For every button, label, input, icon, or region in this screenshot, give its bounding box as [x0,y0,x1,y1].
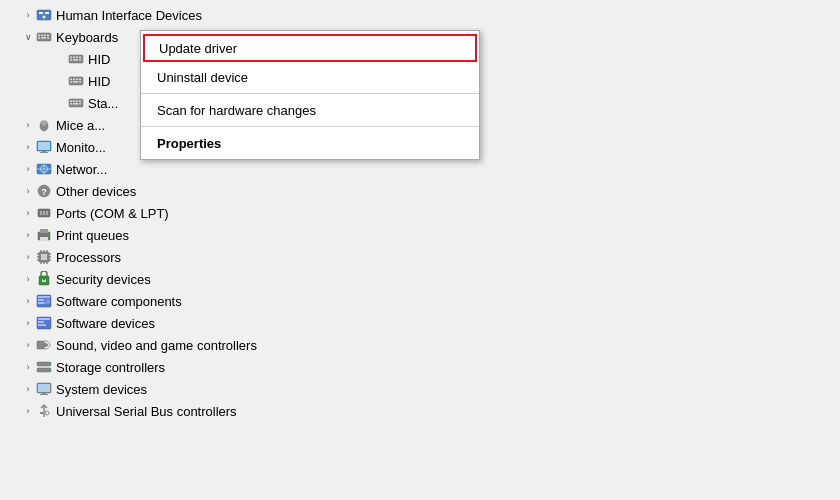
no-expand [52,73,68,89]
svg-rect-80 [38,318,50,320]
expand-icon-software-devices[interactable]: › [20,315,36,331]
expand-icon-keyboards[interactable]: ∨ [20,29,36,45]
svg-rect-23 [76,79,78,81]
expand-icon-network[interactable]: › [20,161,36,177]
context-menu-update-driver[interactable]: Update driver [143,34,477,62]
svg-point-73 [43,279,45,281]
tree-item-label: System devices [56,382,147,397]
hid-icon [36,7,52,23]
expand-icon-mice[interactable]: › [20,117,36,133]
svg-point-3 [43,16,46,19]
uninstall-device-label: Uninstall device [157,70,248,85]
expand-icon-other[interactable]: › [20,183,36,199]
device-manager-window: › Human Interface Devices ∨ Ke [0,0,840,500]
svg-rect-8 [47,35,49,37]
tree-item-human-interface[interactable]: › Human Interface Devices [0,4,840,26]
svg-rect-7 [44,35,46,37]
tree-item-software-components[interactable]: › Software components [0,290,840,312]
svg-rect-78 [45,299,50,304]
tree-item-other[interactable]: › ? Other devices [0,180,840,202]
svg-rect-26 [73,81,78,83]
tree-item-software-devices[interactable]: › Software devices [0,312,840,334]
svg-rect-22 [73,79,75,81]
expand-icon-usb[interactable]: › [20,403,36,419]
expand-icon-storage[interactable]: › [20,359,36,375]
ports-icon [36,205,52,221]
svg-rect-17 [70,59,72,61]
svg-rect-30 [73,101,75,103]
tree-item-label: Software components [56,294,182,309]
expand-icon-monitors[interactable]: › [20,139,36,155]
other-device-icon: ? [36,183,52,199]
context-menu-properties[interactable]: Properties [141,129,479,157]
context-menu-scan-hardware[interactable]: Scan for hardware changes [141,96,479,124]
svg-rect-1 [39,12,43,14]
properties-label: Properties [157,136,221,151]
software-components-icon [36,293,52,309]
svg-rect-56 [47,234,49,235]
svg-rect-27 [79,81,81,83]
update-driver-label: Update driver [159,41,237,56]
expand-icon-ports[interactable]: › [20,205,36,221]
context-menu-divider [141,93,479,94]
tree-item-print[interactable]: › Print queues [0,224,840,246]
svg-rect-38 [41,121,47,125]
keyboard-icon [36,29,52,45]
svg-rect-54 [40,229,48,233]
tree-item-processors[interactable]: › Processors [0,246,840,268]
svg-rect-19 [79,59,81,61]
tree-item-label: Ports (COM & LPT) [56,206,169,221]
tree-item-sound[interactable]: › Sound, video and game controllers [0,334,840,356]
expand-icon-software-components[interactable]: › [20,293,36,309]
svg-rect-15 [76,57,78,59]
expand-icon-security[interactable]: › [20,271,36,287]
system-devices-icon [36,381,52,397]
tree-item-ports[interactable]: › Ports (COM & LPT) [0,202,840,224]
svg-rect-35 [79,103,81,105]
svg-rect-21 [70,79,72,81]
expand-icon-print[interactable]: › [20,227,36,243]
tree-item-usb[interactable]: › Universal Serial Bus controllers [0,400,840,422]
tree-item-label: HID [88,74,110,89]
svg-rect-9 [38,37,40,39]
expand-icon-processors[interactable]: › [20,249,36,265]
tree-item-security[interactable]: › Security devices [0,268,840,290]
svg-rect-89 [38,384,50,392]
storage-icon [36,359,52,375]
software-devices-icon [36,315,52,331]
usb-icon [36,403,52,419]
svg-text:?: ? [41,187,47,197]
svg-rect-40 [38,142,50,150]
svg-rect-82 [38,324,46,326]
keyboard-sub-icon2 [68,73,84,89]
tree-item-label: Storage controllers [56,360,165,375]
tree-item-label: Mice a... [56,118,105,133]
context-menu-uninstall-device[interactable]: Uninstall device [141,63,479,91]
context-menu: Update driver Uninstall device Scan for … [140,30,480,160]
tree-item-storage[interactable]: › Storage controllers [0,356,840,378]
svg-rect-90 [42,393,46,394]
tree-item-label: Human Interface Devices [56,8,202,23]
processor-icon [36,249,52,265]
tree-item-network[interactable]: › Networ... [0,158,840,180]
svg-rect-18 [73,59,78,61]
security-icon [36,271,52,287]
svg-rect-81 [38,321,44,323]
monitor-icon [36,139,52,155]
svg-rect-13 [70,57,72,59]
tree-item-label: Security devices [56,272,151,287]
svg-rect-51 [43,211,45,215]
tree-item-label: Sound, video and game controllers [56,338,257,353]
expand-icon[interactable]: › [20,7,36,23]
svg-rect-76 [38,299,44,301]
tree-item-label: Keyboards [56,30,118,45]
svg-rect-14 [73,57,75,59]
tree-item-label: Processors [56,250,121,265]
svg-rect-34 [73,103,78,105]
expand-icon-sound[interactable]: › [20,337,36,353]
tree-item-label: Sta... [88,96,118,111]
tree-item-system[interactable]: › System devices [0,378,840,400]
mouse-icon [36,117,52,133]
svg-rect-58 [41,254,47,260]
expand-icon-system[interactable]: › [20,381,36,397]
